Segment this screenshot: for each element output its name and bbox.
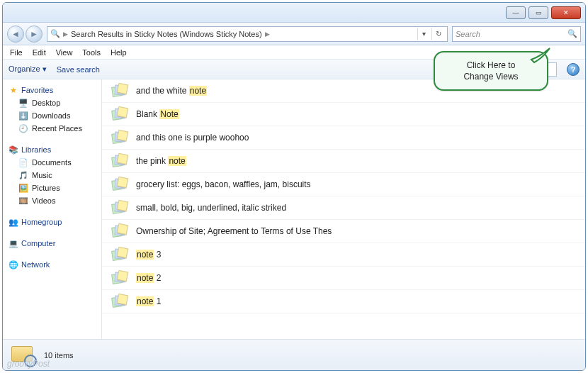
menu-tools[interactable]: Tools [82,48,101,57]
sidebar-computer[interactable]: 💻Computer [6,237,98,250]
chevron-down-icon: ▾ [526,65,530,74]
network-icon: 🌐 [9,260,18,269]
help-button[interactable]: ? [567,63,579,76]
sidebar-favorites[interactable]: ★Favorites [6,84,98,96]
status-text: 10 items [44,351,74,360]
sticky-note-icon [112,84,129,98]
result-title: Blank Note [136,109,179,119]
sidebar-item-videos[interactable]: 🎞️Videos [6,194,98,207]
result-row[interactable]: small, bold, big, underlined, italic str… [102,196,585,220]
recent-icon: 🕘 [18,123,28,133]
menu-view[interactable]: View [56,48,73,57]
menu-file[interactable]: File [10,48,23,57]
sidebar-item-pictures[interactable]: 🖼️Pictures [6,182,98,194]
sticky-note-icon [112,224,129,238]
sidebar-item-music[interactable]: 🎵Music [6,169,98,182]
result-row[interactable]: note 3 [102,243,585,267]
sticky-note-icon [112,154,129,168]
organize-button[interactable]: Organize ▾ [9,65,47,74]
star-icon: ★ [9,85,18,95]
address-dropdown[interactable]: ▾ [417,28,430,40]
change-view-button[interactable]: ▾ [514,62,533,77]
sticky-note-icon [112,201,129,215]
sidebar-item-downloads[interactable]: ⬇️Downloads [6,109,98,122]
computer-icon: 💻 [9,238,18,248]
search-icon: 🔍 [567,29,577,38]
result-title: the pink note [136,156,186,166]
list-view-icon [517,67,524,72]
homegroup-icon: 👥 [9,217,18,227]
close-button[interactable]: ✕ [551,6,581,19]
result-row[interactable]: Blank Note [102,103,585,126]
result-row[interactable]: grocery list: eggs, bacon, waffles, jam,… [102,173,585,196]
sticky-note-icon [112,294,129,308]
search-placeholder: Search [456,30,480,38]
libraries-icon: 📚 [9,145,18,155]
result-row[interactable]: Ownership of Site; Agreement to Terms of… [102,220,585,243]
result-row[interactable]: and the white note [102,79,585,103]
result-row[interactable]: note 2 [102,267,585,290]
preview-pane-button[interactable] [543,62,557,77]
save-search-button[interactable]: Save search [57,65,100,74]
documents-icon: 📄 [18,157,28,167]
result-title: note 1 [136,296,161,306]
pictures-icon: 🖼️ [18,183,28,193]
result-row[interactable]: and this one is purple woohoo [102,126,585,150]
sticky-note-icon [112,177,129,191]
result-title: and this one is purple woohoo [136,133,249,143]
result-title: note 2 [136,273,161,283]
address-text: Search Results in Sticky Notes (Windows … [71,30,262,38]
music-icon: 🎵 [18,170,28,180]
navigation-pane: ★Favorites 🖥️Desktop ⬇️Downloads 🕘Recent… [3,79,102,339]
downloads-icon: ⬇️ [18,111,28,121]
minimize-button[interactable]: — [506,6,526,19]
sidebar-homegroup[interactable]: 👥Homegroup [6,216,98,228]
maximize-button[interactable]: ▭ [528,6,548,19]
back-button[interactable]: ◄ [7,26,24,43]
sidebar-network[interactable]: 🌐Network [6,258,98,271]
titlebar: — ▭ ✕ [3,3,585,23]
search-folder-icon: 🔍 [50,29,60,39]
result-row[interactable]: the pink note [102,150,585,173]
address-bar[interactable]: 🔍 ▶ Search Results in Sticky Notes (Wind… [47,26,448,42]
menu-edit[interactable]: Edit [33,48,46,57]
result-title: small, bold, big, underlined, italic str… [136,203,286,213]
sticky-note-icon [112,107,129,121]
sidebar-item-desktop[interactable]: 🖥️Desktop [6,96,98,109]
menu-help[interactable]: Help [111,48,127,57]
result-title: and the white note [136,86,207,96]
sticky-note-icon [112,130,129,145]
desktop-icon: 🖥️ [18,98,28,108]
menu-bar: File Edit View Tools Help [3,45,585,60]
results-list: and the white noteBlank Noteand this one… [102,79,585,339]
result-title: grocery list: eggs, bacon, waffles, jam,… [136,179,311,189]
chevron-right-icon: ▶ [63,30,68,38]
chevron-right-icon: ▶ [265,30,270,38]
sidebar-libraries[interactable]: 📚Libraries [6,143,98,156]
result-title: note 3 [136,250,161,260]
status-bar: 10 items [3,339,585,370]
sidebar-item-recent[interactable]: 🕘Recent Places [6,122,98,135]
videos-icon: 🎞️ [18,196,28,206]
result-title: Ownership of Site; Agreement to Terms of… [136,226,332,236]
forward-button[interactable]: ► [26,26,43,43]
sticky-note-icon [112,271,129,285]
nav-bar: ◄ ► 🔍 ▶ Search Results in Sticky Notes (… [3,23,585,45]
result-row[interactable]: note 1 [102,290,585,313]
watermark: groovyPost [7,359,50,369]
sidebar-item-documents[interactable]: 📄Documents [6,156,98,169]
command-bar: Organize ▾ Save search ▾ ? [3,60,585,79]
refresh-button[interactable]: ↻ [431,28,444,40]
sticky-note-icon [112,247,129,262]
search-input[interactable]: Search 🔍 [452,26,581,42]
